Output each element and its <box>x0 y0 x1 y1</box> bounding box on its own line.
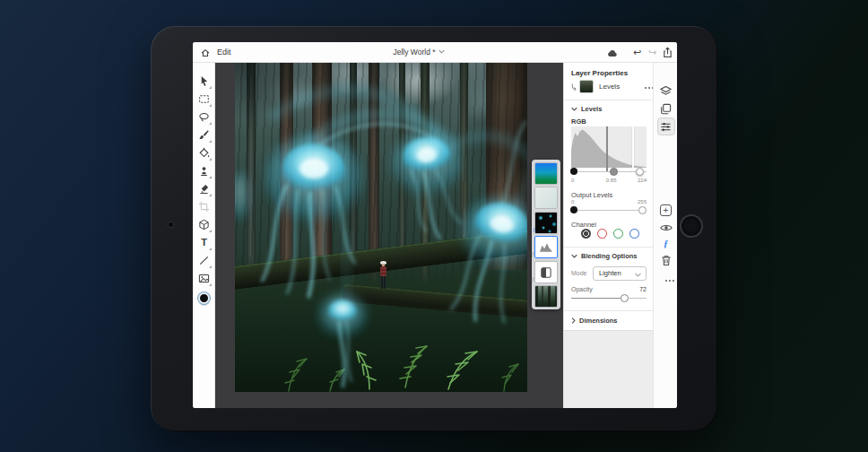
tablet-device: Edit Jelly World * ↩ ↪ <box>151 26 717 431</box>
opacity-slider-handle[interactable] <box>621 294 629 302</box>
selected-layer-row[interactable]: Levels <box>571 79 647 95</box>
shapes-tool[interactable] <box>198 219 210 230</box>
duplicate-icon[interactable] <box>659 102 673 116</box>
layer-fx-badge: ƒ <box>533 226 536 233</box>
eraser-tool[interactable] <box>198 183 210 195</box>
output-black-handle[interactable] <box>570 206 577 213</box>
chevron-down-icon <box>571 254 577 258</box>
layer-thumb-levels-selected[interactable] <box>534 236 558 258</box>
line-tool[interactable] <box>198 255 210 266</box>
clipping-mask-icon <box>571 83 577 93</box>
input-gamma-value: 0.85 <box>606 178 617 183</box>
foreground-color-swatch[interactable] <box>198 292 210 304</box>
redo-icon[interactable]: ↪ <box>646 46 659 59</box>
layers-strip: ƒ ƒ ƒ <box>532 160 560 309</box>
dimensions-header[interactable]: Dimensions <box>571 317 647 325</box>
add-layer-icon[interactable]: + <box>659 204 673 217</box>
channel-selector <box>571 229 647 239</box>
mode-label: Mode <box>571 270 587 276</box>
layer-name: Levels <box>599 83 620 91</box>
cloud-sync-icon[interactable] <box>605 46 619 59</box>
canvas-image[interactable] <box>235 63 527 392</box>
layer-thumb-gradient[interactable] <box>534 162 558 185</box>
channel-blue-button[interactable] <box>629 229 639 239</box>
move-tool[interactable] <box>198 75 210 87</box>
document-title[interactable]: Jelly World * <box>193 42 645 63</box>
levels-section-header[interactable]: Levels <box>571 105 647 113</box>
output-levels-label: Output Levels <box>571 191 647 199</box>
marquee-select-tool[interactable] <box>198 93 210 105</box>
histogram-icon <box>540 242 552 252</box>
layer-more-icon[interactable] <box>645 87 647 89</box>
chevron-right-icon <box>571 317 576 324</box>
tools-sidebar: T <box>193 63 215 408</box>
lasso-select-tool[interactable] <box>198 111 210 123</box>
chevron-down-icon <box>438 49 445 54</box>
canvas-workspace: ƒ ƒ ƒ <box>215 63 563 408</box>
opacity-track-fill <box>571 298 625 300</box>
layer-properties-panel: Layer Properties Levels Levels RGB <box>563 63 653 408</box>
layers-icon[interactable] <box>659 84 673 98</box>
gamma-slider-stem <box>606 126 608 171</box>
input-white-handle[interactable] <box>636 168 644 176</box>
layer-clip-badge: ƒ <box>532 276 534 282</box>
layer-thumb-mask[interactable] <box>534 261 558 283</box>
channel-rgb-button[interactable] <box>581 229 591 239</box>
layer-thumb-solid[interactable] <box>534 187 558 209</box>
input-black-handle[interactable] <box>570 168 577 175</box>
panel-empty-area <box>564 330 654 408</box>
half-fill-icon <box>541 267 551 278</box>
channel-green-button[interactable] <box>613 229 623 239</box>
blend-mode-select[interactable]: Lighten <box>593 266 647 281</box>
input-black-value: 0 <box>571 178 574 183</box>
layer-thumbnail <box>579 80 594 93</box>
properties-icon-selected[interactable] <box>657 117 675 135</box>
channel-name: RGB <box>571 117 647 126</box>
channel-label: Channel <box>571 221 647 229</box>
layer-clip-badge: ƒ <box>532 251 534 256</box>
brush-tool[interactable] <box>198 129 210 141</box>
home-button[interactable] <box>680 214 703 238</box>
crop-tool[interactable] <box>198 201 210 213</box>
front-camera <box>169 222 173 227</box>
chevron-down-icon <box>571 107 577 111</box>
clone-stamp-tool[interactable] <box>198 165 210 177</box>
blend-mode-row: Mode Lighten <box>571 266 647 281</box>
white-slider-stem <box>632 126 634 171</box>
panel-title: Layer Properties <box>571 69 647 77</box>
share-icon[interactable] <box>661 46 674 59</box>
fill-tool[interactable] <box>198 147 210 159</box>
layer-thumb-jellyfish[interactable] <box>534 212 558 234</box>
page-background: Edit Jelly World * ↩ ↪ <box>0 0 868 452</box>
output-white-handle[interactable] <box>638 206 647 214</box>
opacity-label: Opacity <box>571 286 593 292</box>
right-taskbar: + ƒ <box>653 63 677 408</box>
jellyfish-artwork <box>235 63 527 392</box>
type-tool[interactable]: T <box>198 237 210 248</box>
layer-effects-icon[interactable]: ƒ <box>659 237 673 250</box>
output-min-value: 0 <box>571 199 574 204</box>
undo-icon[interactable]: ↩ <box>630 46 644 59</box>
delete-trash-icon[interactable] <box>659 254 673 267</box>
chevron-down-icon <box>635 273 641 277</box>
place-image-tool[interactable] <box>198 273 210 284</box>
input-white-value: 224 <box>638 178 647 183</box>
levels-histogram <box>571 126 647 168</box>
opacity-row: Opacity 72 <box>571 286 647 292</box>
opacity-value: 72 <box>639 286 647 292</box>
output-max-value: 255 <box>638 199 647 204</box>
blending-options-header[interactable]: Blending Options <box>571 252 647 260</box>
top-bar: Edit Jelly World * ↩ ↪ <box>193 42 677 63</box>
input-gamma-handle[interactable] <box>610 168 618 176</box>
layer-thumb-forest[interactable] <box>534 285 558 308</box>
app-window: Edit Jelly World * ↩ ↪ <box>193 42 677 408</box>
visibility-eye-icon[interactable] <box>659 221 673 234</box>
channel-red-button[interactable] <box>597 229 607 239</box>
more-options-icon[interactable] <box>659 274 673 287</box>
